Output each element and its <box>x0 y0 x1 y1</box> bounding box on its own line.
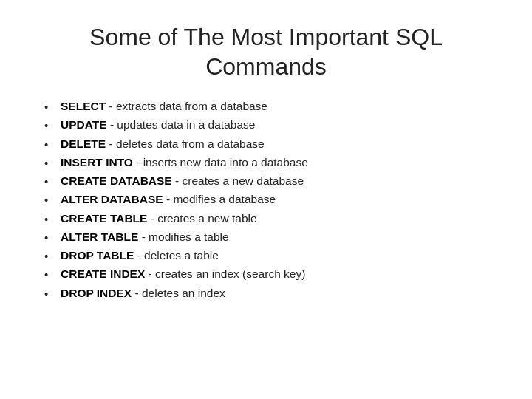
command-keyword: DROP TABLE <box>61 249 134 262</box>
list-item: •ALTER TABLE - modifies a table <box>44 228 495 246</box>
command-keyword: CREATE TABLE <box>61 212 147 225</box>
command-description: - inserts new data into a database <box>133 156 308 168</box>
bullet-icon: • <box>44 136 61 153</box>
bullet-icon: • <box>44 173 61 190</box>
command-keyword: SELECT <box>61 100 106 112</box>
bullet-icon: • <box>44 191 61 208</box>
bullet-icon: • <box>44 211 61 228</box>
bullet-icon: • <box>44 248 61 265</box>
list-item: •UPDATE - updates data in a database <box>44 116 495 134</box>
command-description: - deletes a table <box>134 249 219 262</box>
list-item: •DROP TABLE - deletes a table <box>44 247 495 265</box>
commands-list: •SELECT - extracts data from a database•… <box>37 98 495 303</box>
bullet-icon: • <box>44 229 61 246</box>
bullet-icon: • <box>44 98 61 115</box>
page-title: Some of The Most Important SQL Commands <box>89 22 443 81</box>
command-keyword: ALTER DATABASE <box>61 193 163 205</box>
command-keyword: ALTER TABLE <box>61 231 138 243</box>
list-item: •ALTER DATABASE - modifies a database <box>44 191 495 208</box>
command-keyword: DROP INDEX <box>61 287 132 299</box>
command-keyword: DELETE <box>61 137 106 150</box>
command-keyword: INSERT INTO <box>61 156 133 168</box>
list-item: •CREATE TABLE - creates a new table <box>44 210 495 228</box>
command-description: - modifies a table <box>138 231 228 243</box>
command-description: - deletes data from a database <box>106 137 265 150</box>
bullet-icon: • <box>44 154 61 171</box>
command-description: - creates a new database <box>172 174 304 187</box>
command-description: - creates a new table <box>147 212 256 225</box>
command-description: - deletes an index <box>132 287 225 299</box>
command-description: - updates data in a database <box>107 118 256 131</box>
bullet-icon: • <box>44 285 61 302</box>
bullet-icon: • <box>44 266 61 283</box>
list-item: •CREATE INDEX - creates an index (search… <box>44 265 495 283</box>
command-keyword: UPDATE <box>61 118 107 131</box>
bullet-icon: • <box>44 117 61 134</box>
command-description: - creates an index (search key) <box>145 267 305 280</box>
list-item: •DELETE - deletes data from a database <box>44 135 495 153</box>
list-item: •DROP INDEX - deletes an index <box>44 284 495 302</box>
command-keyword: CREATE INDEX <box>61 267 145 280</box>
command-description: - extracts data from a database <box>106 100 267 112</box>
list-item: •INSERT INTO - inserts new data into a d… <box>44 154 495 171</box>
command-description: - modifies a database <box>163 193 276 205</box>
list-item: •SELECT - extracts data from a database <box>44 98 495 115</box>
list-item: •CREATE DATABASE - creates a new databas… <box>44 172 495 190</box>
command-keyword: CREATE DATABASE <box>61 174 172 187</box>
